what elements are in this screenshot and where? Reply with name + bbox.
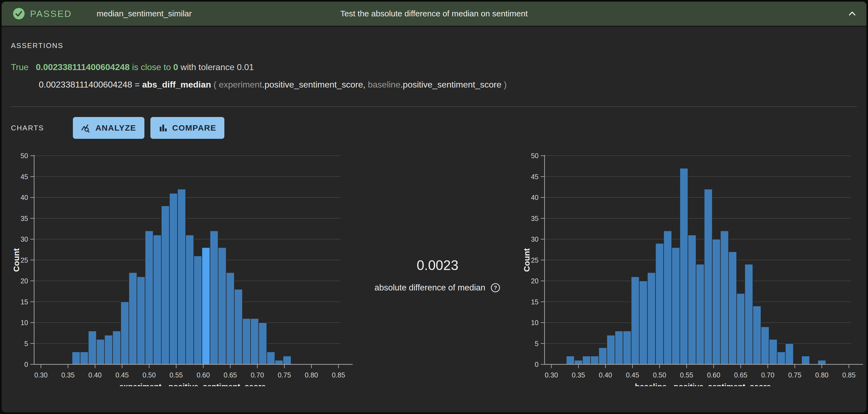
y-tick-label: 30 [21,235,28,243]
y-tick-label: 20 [21,277,28,285]
y-tick-label: 5 [535,340,538,347]
histogram-bar[interactable] [218,248,226,365]
x-tick-label: 0.45 [626,371,639,379]
histogram-bar[interactable] [680,168,688,365]
histogram-bar[interactable] [121,302,129,365]
histogram-bar[interactable] [251,318,259,365]
assertion-formula-line: 0.002338111400604248 = abs_diff_median (… [39,80,506,90]
charts-section-label: CHARTS [11,124,44,132]
histogram-baseline: 051015202530354045500.300.350.400.450.50… [521,149,864,386]
y-tick-label: 0 [535,360,538,368]
y-axis-title: Count [12,248,21,272]
histogram-bar[interactable] [761,327,769,365]
histogram-bar[interactable] [574,360,583,365]
highlighted-histogram-bar[interactable] [202,248,210,365]
histogram-bar[interactable] [161,206,169,365]
test-status-banner: PASSED median_sentiment_similar Test the… [2,2,866,27]
histogram-bar[interactable] [234,289,242,365]
histogram-bar[interactable] [169,193,178,365]
histogram-bar[interactable] [704,189,712,365]
histogram-bar[interactable] [647,272,656,365]
histogram-bar[interactable] [607,335,615,365]
assertion-tolerance: with tolerance 0.01 [178,62,254,72]
y-tick-label: 10 [21,319,28,326]
histogram-bar[interactable] [656,243,664,365]
histogram-bar[interactable] [745,264,753,365]
histogram-bar[interactable] [267,352,275,365]
histogram-bar[interactable] [129,272,137,365]
histogram-bar[interactable] [753,306,761,365]
metric-block: 0.0023 absolute difference of median ? [353,257,522,293]
histogram-bar[interactable] [720,231,728,365]
histogram-bar[interactable] [639,281,647,365]
histogram-bar[interactable] [113,331,121,365]
help-question-icon[interactable]: ? [490,282,501,293]
histogram-bar[interactable] [728,252,737,365]
x-tick-label: 0.40 [599,371,612,379]
histogram-bar[interactable] [153,235,161,365]
histogram-bar[interactable] [818,360,826,365]
x-tick-label: 0.75 [278,371,291,379]
histogram-bar[interactable] [591,356,599,365]
histogram-bar[interactable] [275,360,283,365]
histogram-bar[interactable] [802,356,810,365]
x-tick-label: 0.75 [788,371,801,379]
x-tick-label: 0.50 [143,371,156,379]
y-tick-label: 20 [531,277,538,285]
histogram-bar[interactable] [623,331,631,365]
histogram-bar[interactable] [96,339,104,365]
x-tick-label: 0.65 [734,371,747,379]
histogram-bar[interactable] [178,189,186,365]
y-tick-label: 25 [531,256,538,264]
x-tick-label: 0.65 [223,371,237,379]
histogram-bar[interactable] [226,272,235,365]
histogram-bar[interactable] [696,264,704,365]
histogram-bar[interactable] [186,235,194,365]
histogram-bar[interactable] [210,231,218,365]
histogram-bar[interactable] [259,323,267,365]
collapse-chevron-up-icon[interactable] [847,9,857,19]
histogram-bar[interactable] [80,352,88,365]
y-axis-title: Count [522,248,531,272]
histogram-bar[interactable] [785,344,794,365]
histogram-bar[interactable] [598,348,607,365]
histogram-bar[interactable] [672,248,680,365]
y-tick-label: 0 [24,360,28,368]
x-tick-label: 0.45 [116,371,129,379]
histogram-bar[interactable] [566,356,575,365]
histogram-bar[interactable] [737,294,745,365]
formula-arg2-field: .positive_sentiment_score [400,80,501,90]
histogram-bar[interactable] [104,335,113,365]
x-tick-label: 0.70 [761,371,774,379]
y-tick-label: 5 [24,340,28,347]
histogram-bar[interactable] [194,256,202,365]
y-tick-label: 35 [21,215,28,222]
histogram-bar[interactable] [663,231,672,365]
histogram-bar[interactable] [777,352,785,365]
histogram-bar[interactable] [137,277,145,365]
histogram-bar[interactable] [145,231,153,365]
histogram-bar[interactable] [583,356,591,365]
x-tick-label: 0.50 [653,371,666,379]
x-tick-label: 0.60 [196,371,210,379]
x-tick-label: 0.55 [169,371,183,379]
x-tick-label: 0.85 [332,371,345,379]
status-group: PASSED [12,7,72,20]
histogram-bar[interactable] [631,277,639,365]
formula-close-paren: ) [501,80,507,90]
histogram-bar[interactable] [688,235,696,365]
compare-button[interactable]: COMPARE [150,117,225,139]
analyze-button[interactable]: ANALYZE [73,117,144,139]
histogram-bar[interactable] [769,339,777,365]
metric-label: absolute difference of median [374,283,485,292]
test-name: median_sentiment_similar [97,9,192,18]
histogram-bar[interactable] [72,352,80,365]
histogram-bar[interactable] [88,331,96,365]
metric-value: 0.0023 [353,257,522,273]
histogram-bar[interactable] [615,331,623,365]
histogram-bar[interactable] [712,239,721,365]
histogram-bar[interactable] [283,356,291,365]
y-tick-label: 35 [531,215,538,222]
assertion-result: True [11,62,29,72]
histogram-bar[interactable] [242,318,251,365]
